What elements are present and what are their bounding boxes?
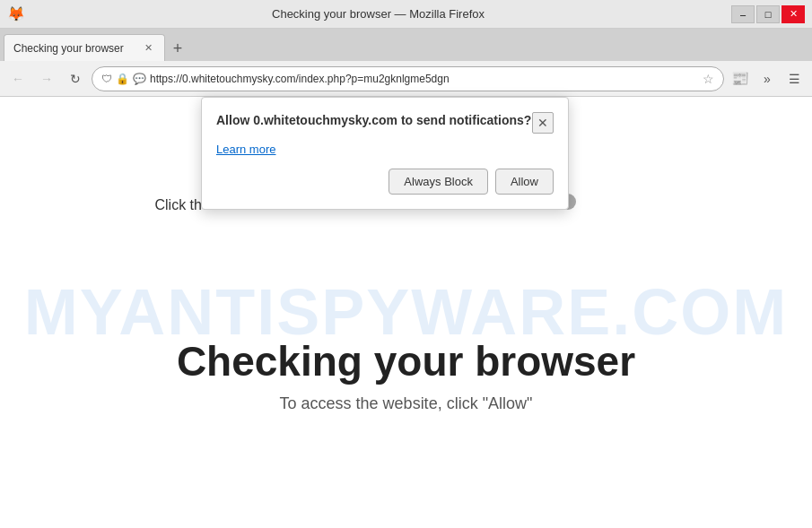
address-bar[interactable]: 🛡 🔒 💬 https://0.whitetouchmysky.com/inde… (92, 66, 724, 91)
extensions-button[interactable]: » (755, 66, 780, 91)
chat-icon: 💬 (133, 73, 146, 85)
url-text: https://0.whitetouchmysky.com/index.php?… (150, 73, 699, 85)
lock-icon: 🔒 (116, 73, 129, 85)
titlebar: 🦊 Checking your browser — Mozilla Firefo… (0, 0, 812, 29)
close-button[interactable]: ✕ (781, 5, 805, 23)
tab-close-button[interactable]: ✕ (141, 41, 155, 56)
main-heading: Checking your browser (177, 337, 635, 385)
tabbar: Checking your browser ✕ + (0, 29, 812, 61)
forward-button[interactable]: → (34, 66, 59, 91)
maximize-button[interactable]: □ (756, 5, 780, 23)
new-tab-button[interactable]: + (165, 36, 190, 61)
titlebar-left: 🦊 (7, 5, 25, 22)
page-inner: Click the "Allow" button Checking your b… (177, 212, 635, 413)
popup-close-button[interactable]: ✕ (532, 112, 554, 134)
firefox-logo-icon: 🦊 (7, 5, 25, 22)
tab-title: Checking your browser (13, 42, 135, 55)
menu-button[interactable]: ☰ (781, 66, 807, 91)
popup-header: Allow 0.whitetouchmysky.com to send noti… (216, 112, 554, 134)
shield-icon: 🛡 (101, 73, 112, 85)
titlebar-title: Checking your browser — Mozilla Firefox (25, 7, 731, 21)
back-button[interactable]: ← (5, 66, 31, 91)
always-block-button[interactable]: Always Block (389, 169, 488, 195)
bookmark-star-icon[interactable]: ☆ (703, 72, 714, 86)
popup-buttons: Always Block Allow (216, 169, 554, 195)
popup-title: Allow 0.whitetouchmysky.com to send noti… (216, 112, 531, 130)
allow-button[interactable]: Allow (495, 169, 554, 195)
refresh-button[interactable]: ↻ (63, 66, 88, 91)
minimize-button[interactable]: – (731, 5, 755, 23)
notification-popup: Allow 0.whitetouchmysky.com to send noti… (201, 97, 569, 210)
learn-more-link[interactable]: Learn more (216, 143, 275, 156)
navbar: ← → ↻ 🛡 🔒 💬 https://0.whitetouchmysky.co… (0, 61, 812, 97)
titlebar-controls: – □ ✕ (731, 5, 805, 23)
active-tab[interactable]: Checking your browser ✕ (4, 34, 165, 61)
nav-extras: 📰 » ☰ (728, 66, 807, 91)
pocket-icon[interactable]: 📰 (728, 66, 753, 91)
sub-text: To access the website, click "Allow" (280, 394, 533, 413)
